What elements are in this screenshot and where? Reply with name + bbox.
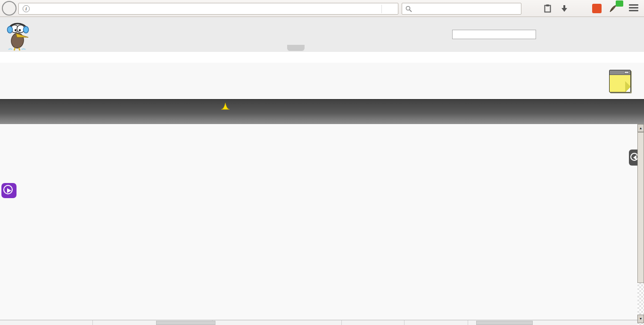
html5-addon-icon[interactable] bbox=[592, 4, 602, 13]
callsign-input[interactable] bbox=[452, 30, 536, 39]
vertical-scroll-thumb[interactable] bbox=[637, 132, 644, 283]
postit-notes-icon[interactable] bbox=[609, 70, 631, 92]
waterfall-display[interactable] bbox=[0, 124, 635, 320]
scroll-down-button[interactable]: ▼ bbox=[637, 315, 644, 323]
tuning-marker[interactable] bbox=[221, 103, 230, 110]
menu-icon[interactable] bbox=[629, 4, 638, 13]
notification-badge bbox=[616, 0, 623, 7]
site-info-icon[interactable]: i bbox=[23, 5, 30, 12]
scroll-up-button[interactable]: ▲ bbox=[637, 124, 644, 132]
download-icon[interactable] bbox=[558, 2, 570, 15]
kiwisdr-logo bbox=[5, 18, 31, 51]
top-bar-collapse-tab[interactable] bbox=[287, 45, 305, 51]
search-icon bbox=[405, 6, 412, 12]
horizontal-scroll-thumb[interactable] bbox=[476, 321, 533, 325]
browser-toolbar: i bbox=[0, 0, 644, 17]
dx-label-area bbox=[0, 63, 644, 99]
frequency-scale[interactable] bbox=[0, 99, 644, 124]
search-input[interactable] bbox=[402, 3, 521, 15]
home-icon[interactable] bbox=[575, 2, 587, 15]
band-bar bbox=[0, 52, 644, 63]
clipboard-icon[interactable] bbox=[541, 2, 553, 15]
url-bar[interactable]: i bbox=[18, 3, 398, 15]
receiver-header bbox=[0, 17, 644, 52]
back-button[interactable] bbox=[2, 1, 17, 16]
vertical-scrollbar[interactable]: ▲ ▼ bbox=[637, 124, 644, 325]
bookmark-star-icon[interactable] bbox=[524, 2, 537, 15]
bottom-panel-strip bbox=[0, 320, 637, 325]
horizontal-scroll-thumb[interactable] bbox=[156, 321, 215, 325]
audio-play-button[interactable] bbox=[1, 183, 17, 198]
